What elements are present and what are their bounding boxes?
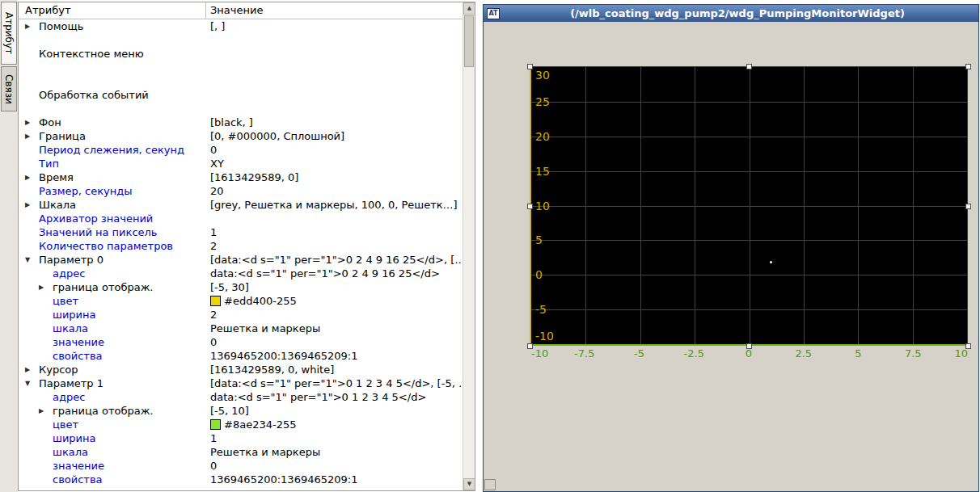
attribute-name: ширина <box>53 431 96 445</box>
attribute-value: Решетка и маркеры <box>206 322 463 335</box>
attribute-row[interactable]: ▶граница отображ.[-5, 10] <box>19 404 463 418</box>
vertical-scrollbar[interactable]: ▲ ▼ <box>463 2 475 490</box>
x-axis-labels: -10-7.5-5-2.502.557.510 <box>530 347 968 360</box>
attribute-row[interactable]: ▼Параметр 0[data:<d s="1" per="1">0 2 4 … <box>19 253 463 267</box>
selection-handle[interactable] <box>965 204 971 209</box>
y-tick-label: 15 <box>535 165 550 178</box>
expand-icon[interactable]: ▶ <box>39 404 53 418</box>
attribute-row[interactable]: ширина2 <box>19 308 463 322</box>
attribute-value <box>206 47 463 61</box>
attribute-name-cell: Количество параметров <box>19 239 206 253</box>
attribute-row[interactable]: ▶граница отображ.[-5, 30] <box>19 280 463 294</box>
scroll-down-icon[interactable]: ▼ <box>463 478 475 490</box>
selection-handle[interactable] <box>965 343 971 349</box>
expand-icon[interactable]: ▶ <box>25 19 39 33</box>
arrow-spacer <box>25 225 39 239</box>
arrow-spacer <box>25 88 39 102</box>
arrow-spacer <box>39 418 53 431</box>
attribute-value: 0 <box>206 459 463 473</box>
attribute-value: data:<d s="1" per="1">0 1 2 3 4 5</d> <box>206 390 463 404</box>
attribute-name-cell: значение <box>19 335 206 349</box>
attribute-name: Размер, секунды <box>39 184 132 198</box>
selection-handle[interactable] <box>527 204 533 209</box>
attribute-name: адрес <box>53 267 85 280</box>
arrow-spacer <box>39 267 53 280</box>
attribute-row[interactable]: Значений на пиксель1 <box>19 225 463 239</box>
arrow-spacer <box>39 459 53 473</box>
collapse-icon[interactable]: ▼ <box>25 376 39 390</box>
selection-handle[interactable] <box>965 64 971 69</box>
attribute-row[interactable]: ТипXY <box>19 157 463 170</box>
attribute-value-text: 1 <box>210 431 217 445</box>
scrollbar-thumb[interactable] <box>464 15 474 67</box>
attribute-row[interactable]: Период слежения, секунд0 <box>19 143 463 157</box>
attribute-name-cell: ▶Помощь <box>19 19 206 33</box>
attribute-name-cell: Значений на пиксель <box>19 225 206 239</box>
column-header-value[interactable]: Значение <box>206 2 463 19</box>
attribute-value-text: [grey, Решетка и маркеры, 100, 0, Решетк… <box>210 198 458 212</box>
attribute-name: адрес <box>53 390 85 404</box>
attribute-row[interactable]: Количество параметров2 <box>19 239 463 253</box>
expand-icon[interactable]: ▶ <box>39 280 53 294</box>
attribute-row[interactable]: Контекстное меню <box>19 47 463 61</box>
attribute-value: data:<d s="1" per="1">0 2 4 9 16 25</d> <box>206 267 463 280</box>
selection-handle[interactable] <box>746 64 752 69</box>
expand-icon[interactable]: ▶ <box>25 198 39 212</box>
attribute-row[interactable]: адресdata:<d s="1" per="1">0 1 2 3 4 5</… <box>19 390 463 404</box>
collapse-icon[interactable]: ▼ <box>25 253 39 267</box>
attribute-row-spacer <box>19 33 463 47</box>
arrow-spacer <box>39 335 53 349</box>
selection-handle[interactable] <box>527 64 533 69</box>
attribute-name: шкала <box>53 445 88 459</box>
attribute-row[interactable]: свойства1369465200:1369465209:1 <box>19 349 463 363</box>
selection-handle[interactable] <box>527 343 533 349</box>
attribute-row[interactable]: Обработка событий <box>19 88 463 102</box>
attribute-row[interactable]: ширина1 <box>19 431 463 445</box>
grid-line-horizontal <box>531 171 967 172</box>
attribute-value-text: XY <box>210 157 224 170</box>
selection-handle[interactable] <box>746 343 752 349</box>
attribute-row[interactable]: значение0 <box>19 335 463 349</box>
attribute-row[interactable]: ▶Курсор[1613429589, 0, white] <box>19 363 463 376</box>
scroll-up-icon[interactable]: ▲ <box>463 2 475 15</box>
attribute-row[interactable]: значение0 <box>19 459 463 473</box>
tab-links[interactable]: Связи <box>1 66 17 111</box>
expand-icon[interactable]: ▶ <box>25 170 39 184</box>
attribute-row[interactable]: ▶Помощь[, ] <box>19 19 463 33</box>
x-tick-label: 5 <box>855 347 861 360</box>
attribute-row[interactable]: цвет#edd400-255 <box>19 294 463 308</box>
arrow-spacer <box>25 239 39 253</box>
plot-area[interactable]: 302520151050-5-10 <box>530 66 968 346</box>
attribute-name: свойства <box>53 473 103 486</box>
expand-icon[interactable]: ▶ <box>25 116 39 129</box>
attribute-row[interactable]: шкалаРешетка и маркеры <box>19 445 463 459</box>
attribute-row[interactable]: ▶Время[1613429589, 0] <box>19 170 463 184</box>
attribute-row[interactable]: свойства1369465200:1369465209:1 <box>19 473 463 486</box>
attribute-row[interactable]: ▶Фон[black, ] <box>19 116 463 129</box>
attribute-row[interactable]: Размер, секунды20 <box>19 184 463 198</box>
attribute-name: Курсор <box>39 363 78 376</box>
expand-icon[interactable]: ▶ <box>25 129 39 143</box>
attribute-value: [-5, 30] <box>206 280 463 294</box>
x-tick-label: -10 <box>531 347 548 360</box>
attribute-row[interactable]: ▼Параметр 1[data:<d s="1" per="1">0 1 2 … <box>19 376 463 390</box>
attribute-row[interactable]: шкалаРешетка и маркеры <box>19 322 463 335</box>
plot-widget[interactable]: 302520151050-5-10 <box>530 66 968 346</box>
tab-attributes[interactable]: Атрибут <box>1 2 17 65</box>
attribute-name: Помощь <box>39 19 83 33</box>
attribute-row[interactable]: адресdata:<d s="1" per="1">0 2 4 9 16 25… <box>19 267 463 280</box>
attribute-row[interactable]: Архиватор значений <box>19 212 463 225</box>
tab-attributes-label: Атрибут <box>3 12 15 54</box>
attribute-value: [, ] <box>206 19 463 33</box>
expand-icon[interactable]: ▶ <box>25 363 39 376</box>
attribute-row[interactable]: цвет#8ae234-255 <box>19 418 463 431</box>
window-titlebar[interactable]: AT (/wlb_coating_wdg_pump2/wdg_PumpingMo… <box>484 5 978 22</box>
column-header-attribute[interactable]: Атрибут <box>19 2 206 19</box>
attribute-name: Значений на пиксель <box>39 225 158 239</box>
attribute-row[interactable]: ▶Шкала[grey, Решетка и маркеры, 100, 0, … <box>19 198 463 212</box>
attribute-name-cell: ▶граница отображ. <box>19 404 206 418</box>
x-tick-label: 7.5 <box>905 347 922 360</box>
attribute-row[interactable]: ▶Граница[0, #000000, Сплошной] <box>19 129 463 143</box>
attribute-value <box>206 88 463 102</box>
attribute-name: Контекстное меню <box>39 47 144 61</box>
